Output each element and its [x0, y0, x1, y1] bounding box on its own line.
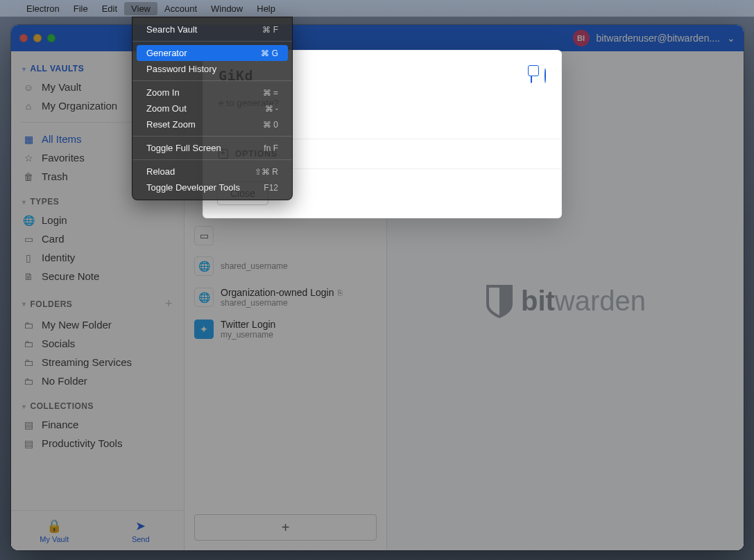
- menu-help[interactable]: Help: [250, 2, 282, 15]
- view-dropdown: Search Vault⌘ F Generator⌘ G Password Hi…: [132, 17, 293, 200]
- menu-file[interactable]: File: [67, 2, 95, 15]
- app-window: BI bitwardenuser@bitwarden.... ⌄ ▾ ALL V…: [11, 25, 744, 550]
- copy-button[interactable]: [531, 69, 532, 83]
- menu-item-zoom-in[interactable]: Zoom In⌘ =: [137, 85, 288, 100]
- menu-view[interactable]: View: [124, 2, 157, 15]
- menu-item-toggle-fullscreen[interactable]: Toggle Full Screenfn F: [137, 140, 288, 156]
- menu-item-devtools[interactable]: Toggle Developer ToolsF12: [137, 180, 288, 195]
- menu-item-reset-zoom[interactable]: Reset Zoom⌘ 0: [137, 116, 288, 132]
- copy-icon: [531, 68, 532, 83]
- menu-item-search-vault[interactable]: Search Vault⌘ F: [137, 21, 288, 37]
- menu-account[interactable]: Account: [157, 2, 204, 15]
- menu-item-zoom-out[interactable]: Zoom Out⌘ -: [137, 100, 288, 116]
- menu-item-reload[interactable]: Reload⇧⌘ R: [137, 164, 288, 180]
- menu-window[interactable]: Window: [204, 2, 250, 15]
- menu-electron[interactable]: Electron: [19, 2, 67, 15]
- menu-item-generator[interactable]: Generator⌘ G: [137, 45, 288, 61]
- menu-edit[interactable]: Edit: [95, 2, 124, 15]
- menu-item-password-history[interactable]: Password History: [137, 61, 288, 77]
- refresh-icon: [545, 68, 546, 83]
- macos-menubar: Electron File Edit View Account Window H…: [0, 0, 754, 17]
- regenerate-button[interactable]: [545, 69, 546, 83]
